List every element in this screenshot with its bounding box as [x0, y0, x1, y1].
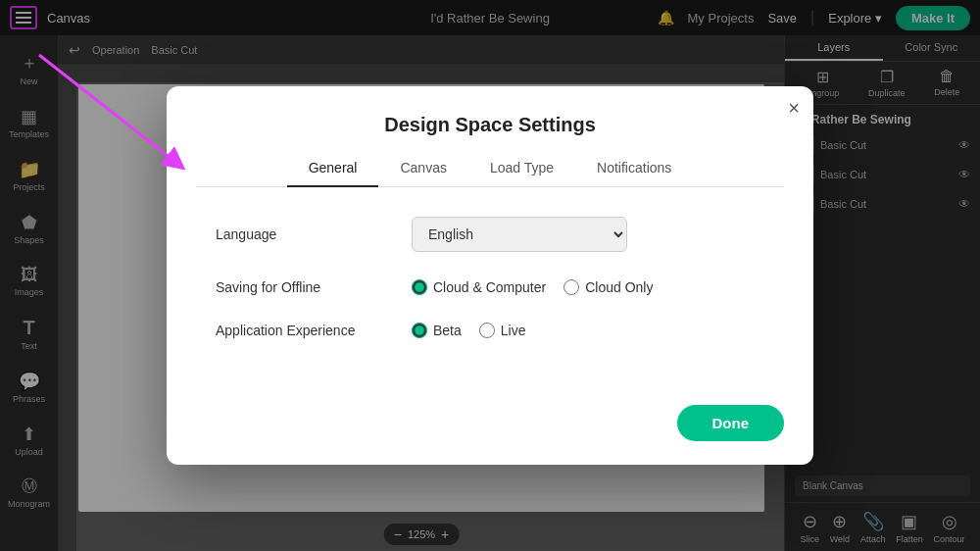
language-select[interactable]: English Spanish French German Portuguese: [412, 217, 627, 252]
cloud-computer-label: Cloud & Computer: [433, 279, 546, 295]
tab-canvas[interactable]: Canvas: [378, 150, 467, 187]
saving-offline-setting-row: Saving for Offline Cloud & Computer Clou…: [216, 279, 764, 295]
tab-load-type[interactable]: Load Type: [468, 150, 575, 187]
modal-backdrop[interactable]: × Design Space Settings General Canvas L…: [0, 0, 980, 551]
settings-modal: × Design Space Settings General Canvas L…: [167, 86, 813, 465]
live-label: Live: [501, 323, 526, 338]
saving-offline-label: Saving for Offline: [216, 279, 412, 295]
cloud-computer-option[interactable]: Cloud & Computer: [412, 279, 546, 295]
saving-offline-control: Cloud & Computer Cloud Only: [412, 279, 764, 295]
modal-footer: Done: [167, 395, 813, 465]
language-setting-row: Language English Spanish French German P…: [216, 217, 764, 252]
language-label: Language: [216, 226, 412, 242]
modal-close-button[interactable]: ×: [788, 98, 800, 118]
tab-notifications[interactable]: Notifications: [575, 150, 693, 187]
modal-title: Design Space Settings: [167, 86, 813, 150]
beta-radio[interactable]: [412, 323, 427, 338]
cloud-only-label: Cloud Only: [585, 279, 653, 295]
app-experience-label: Application Experience: [216, 323, 412, 338]
beta-label: Beta: [433, 323, 462, 338]
app-experience-setting-row: Application Experience Beta Live: [216, 323, 764, 338]
tab-general[interactable]: General: [287, 150, 379, 187]
beta-option[interactable]: Beta: [412, 323, 462, 338]
cloud-only-radio[interactable]: [564, 279, 579, 295]
cloud-only-option[interactable]: Cloud Only: [564, 279, 653, 295]
modal-tabs: General Canvas Load Type Notifications: [196, 150, 784, 187]
language-control: English Spanish French German Portuguese: [412, 217, 764, 252]
live-option[interactable]: Live: [479, 323, 526, 338]
svg-line-1: [39, 55, 176, 163]
app-experience-control: Beta Live: [412, 323, 764, 338]
live-radio[interactable]: [479, 323, 495, 338]
modal-body: Language English Spanish French German P…: [167, 187, 813, 395]
cloud-computer-radio[interactable]: [412, 279, 427, 295]
done-button[interactable]: Done: [677, 405, 785, 441]
